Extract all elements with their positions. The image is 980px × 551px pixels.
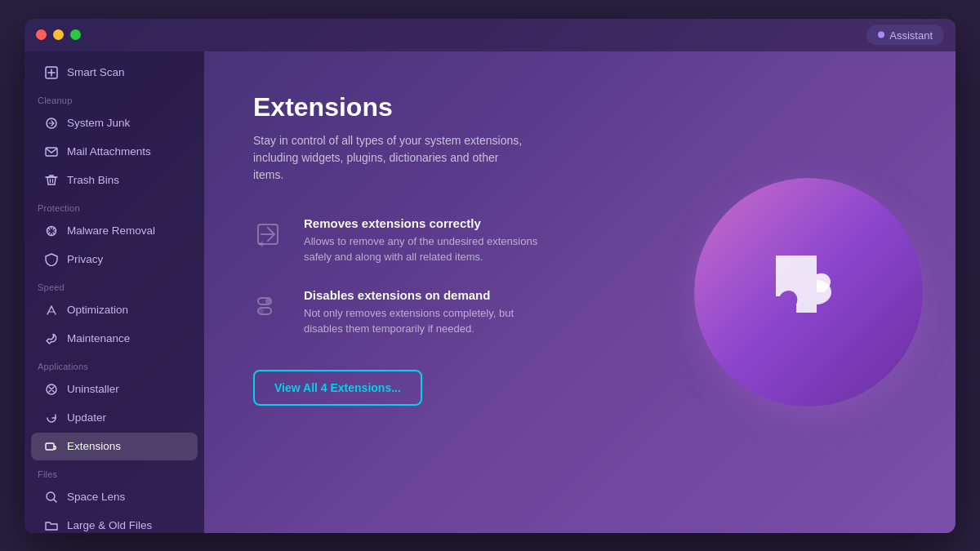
sidebar-item-system-junk[interactable]: System Junk (31, 109, 198, 137)
view-all-extensions-button[interactable]: View All 4 Extensions... (253, 370, 422, 406)
section-label-applications: Applications (24, 353, 204, 375)
sidebar-label-large-old-files: Large & Old Files (67, 519, 152, 531)
sidebar-item-updater[interactable]: Updater (31, 404, 198, 432)
sidebar-item-extensions[interactable]: Extensions (31, 433, 198, 460)
disables-extensions-text: Disables extensions on demand Not only r… (304, 288, 549, 337)
mail-icon (44, 144, 59, 159)
page-title: Extensions (253, 92, 906, 122)
section-label-protection: Protection (24, 195, 204, 216)
sidebar-label-privacy: Privacy (67, 253, 103, 265)
disables-extensions-title: Disables extensions on demand (304, 288, 549, 302)
optimization-icon (44, 303, 59, 318)
system-junk-icon (44, 116, 59, 131)
sidebar-label-mail-attachments: Mail Attachments (67, 145, 151, 158)
privacy-icon (44, 252, 59, 267)
sidebar-item-malware-removal[interactable]: Malware Removal (31, 217, 198, 245)
puzzle-icon (751, 235, 866, 349)
sidebar-item-large-old-files[interactable]: Large & Old Files (31, 512, 198, 533)
traffic-lights (36, 29, 81, 40)
assistant-label: Assistant (889, 29, 933, 41)
updater-icon (44, 411, 59, 425)
smart-scan-icon (44, 65, 59, 80)
sidebar-item-smart-scan[interactable]: Smart Scan (31, 59, 198, 87)
disables-extensions-desc: Not only removes extensions completely, … (304, 305, 549, 337)
trash-icon (44, 173, 59, 188)
page-description: Stay in control of all types of your sys… (253, 132, 531, 184)
sidebar: Smart Scan Cleanup System Junk (24, 51, 204, 533)
extensions-icon (44, 439, 59, 454)
sidebar-label-updater: Updater (67, 411, 106, 424)
sidebar-label-extensions: Extensions (67, 440, 121, 452)
uninstaller-icon (44, 382, 59, 397)
minimize-button[interactable] (53, 29, 64, 40)
section-label-speed: Speed (24, 274, 204, 295)
sidebar-label-smart-scan: Smart Scan (67, 66, 125, 78)
malware-icon (44, 224, 59, 238)
svg-point-12 (265, 299, 270, 304)
titlebar: Assistant (24, 19, 956, 51)
sidebar-item-uninstaller[interactable]: Uninstaller (31, 375, 198, 403)
space-lens-icon (44, 490, 59, 504)
sidebar-label-maintenance: Maintenance (67, 332, 130, 344)
main-window: Assistant Smart Scan Cleanup (24, 19, 956, 533)
sidebar-label-space-lens: Space Lens (67, 491, 125, 503)
sidebar-item-optimization[interactable]: Optimization (31, 296, 198, 324)
maximize-button[interactable] (70, 29, 81, 40)
sidebar-item-space-lens[interactable]: Space Lens (31, 483, 198, 511)
sidebar-item-mail-attachments[interactable]: Mail Attachments (31, 138, 198, 166)
removes-extensions-desc: Allows to remove any of the undesired ex… (304, 233, 549, 265)
sidebar-label-uninstaller: Uninstaller (67, 383, 119, 395)
main-content: Extensions Stay in control of all types … (204, 51, 956, 533)
svg-point-4 (53, 335, 55, 337)
sidebar-item-trash-bins[interactable]: Trash Bins (31, 167, 198, 194)
maintenance-icon (44, 331, 59, 346)
svg-rect-6 (46, 443, 54, 450)
content-area: Smart Scan Cleanup System Junk (24, 51, 956, 533)
disables-extensions-icon (253, 288, 289, 324)
sidebar-label-optimization: Optimization (67, 304, 128, 316)
removes-extensions-title: Removes extensions correctly (304, 216, 549, 230)
removes-extensions-icon (253, 216, 289, 252)
sidebar-label-trash-bins: Trash Bins (67, 174, 119, 186)
folder-icon (44, 518, 59, 533)
sidebar-label-system-junk: System Junk (67, 117, 130, 129)
close-button[interactable] (36, 29, 47, 40)
illustration (694, 178, 923, 407)
removes-extensions-text: Removes extensions correctly Allows to r… (304, 216, 549, 265)
sidebar-item-privacy[interactable]: Privacy (31, 246, 198, 273)
svg-point-13 (259, 309, 264, 313)
assistant-button[interactable]: Assistant (866, 24, 944, 45)
section-label-files: Files (24, 461, 204, 482)
section-label-cleanup: Cleanup (24, 87, 204, 109)
circle-background (694, 178, 923, 407)
sidebar-item-maintenance[interactable]: Maintenance (31, 325, 198, 353)
sidebar-label-malware-removal: Malware Removal (67, 224, 155, 237)
